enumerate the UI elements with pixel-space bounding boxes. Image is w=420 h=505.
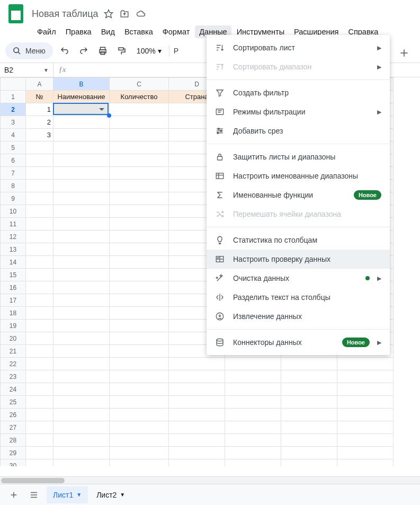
cell-B19[interactable] <box>53 320 110 332</box>
cell-F26[interactable] <box>281 409 337 421</box>
undo-button[interactable] <box>57 43 72 58</box>
cell-A29[interactable] <box>26 447 53 459</box>
row-header-3[interactable]: 3 <box>1 116 26 129</box>
cell-F22[interactable] <box>281 358 337 370</box>
row-header-9[interactable]: 9 <box>1 192 26 205</box>
cell-A14[interactable] <box>26 256 53 269</box>
cell-E29[interactable] <box>225 447 281 459</box>
cell-G22[interactable] <box>337 358 394 370</box>
cell-C25[interactable] <box>110 396 169 409</box>
cell-A8[interactable] <box>26 180 53 192</box>
cell-C16[interactable] <box>110 281 169 294</box>
cell-C10[interactable] <box>110 205 169 218</box>
menu-item-filter[interactable]: Создать фильтр <box>207 83 390 102</box>
row-header-5[interactable]: 5 <box>1 141 26 154</box>
cell-G27[interactable] <box>337 421 394 434</box>
menu-search-button[interactable]: Меню <box>5 42 53 59</box>
cell-C20[interactable] <box>110 332 169 345</box>
cell-C7[interactable] <box>110 167 169 180</box>
row-header-17[interactable]: 17 <box>1 294 26 307</box>
cell-D24[interactable] <box>169 383 225 396</box>
menu-правка[interactable]: Правка <box>61 25 96 38</box>
row-header-25[interactable]: 25 <box>1 396 26 409</box>
menu-item-split[interactable]: Разделить текст на столбцы <box>207 288 390 307</box>
cell-E22[interactable] <box>225 358 281 370</box>
cell-A15[interactable] <box>26 269 53 281</box>
row-header-6[interactable]: 6 <box>1 154 26 167</box>
cell-B13[interactable] <box>53 243 110 256</box>
row-header-7[interactable]: 7 <box>1 167 26 180</box>
cell-B22[interactable] <box>53 358 110 370</box>
cell-F29[interactable] <box>281 447 337 459</box>
cell-B25[interactable] <box>53 396 110 409</box>
menu-item-named-range[interactable]: Настроить именованные диапазоны <box>207 166 390 185</box>
cell-G26[interactable] <box>337 409 394 421</box>
cell-E23[interactable] <box>225 370 281 383</box>
cell-A10[interactable] <box>26 205 53 218</box>
menu-item-checkbox-grid[interactable]: Настроить проверку данных <box>207 250 390 269</box>
row-header-28[interactable]: 28 <box>1 434 26 447</box>
cell-B7[interactable] <box>53 167 110 180</box>
cell-D27[interactable] <box>169 421 225 434</box>
cell-B26[interactable] <box>53 409 110 421</box>
cell-G29[interactable] <box>337 447 394 459</box>
cell-E26[interactable] <box>225 409 281 421</box>
cell-A18[interactable] <box>26 307 53 320</box>
menu-формат[interactable]: Формат <box>158 25 194 38</box>
cell-D30[interactable] <box>169 459 225 467</box>
cell-D26[interactable] <box>169 409 225 421</box>
cell-B16[interactable] <box>53 281 110 294</box>
cell-F30[interactable] <box>281 459 337 467</box>
cell-B20[interactable] <box>53 332 110 345</box>
cell-C14[interactable] <box>110 256 169 269</box>
cell-D22[interactable] <box>169 358 225 370</box>
cell-B11[interactable] <box>53 218 110 231</box>
row-header-29[interactable]: 29 <box>1 447 26 459</box>
cell-F28[interactable] <box>281 434 337 447</box>
cell-A26[interactable] <box>26 409 53 421</box>
col-header-A[interactable]: A <box>26 78 53 91</box>
cell-A2[interactable]: 1 <box>26 103 53 116</box>
cell-C26[interactable] <box>110 409 169 421</box>
all-sheets-button[interactable] <box>26 488 41 502</box>
cell-A19[interactable] <box>26 320 53 332</box>
menu-item-extract[interactable]: Извлечение данных <box>207 307 390 326</box>
menu-item-sigma[interactable]: Именованные функцииНовое <box>207 185 390 205</box>
cell-B9[interactable] <box>53 192 110 205</box>
cell-E28[interactable] <box>225 434 281 447</box>
row-header-24[interactable]: 24 <box>1 383 26 396</box>
cell-E27[interactable] <box>225 421 281 434</box>
cell-B24[interactable] <box>53 383 110 396</box>
cell-C12[interactable] <box>110 231 169 243</box>
row-header-14[interactable]: 14 <box>1 256 26 269</box>
cell-C1[interactable]: Количество <box>110 91 169 103</box>
cell-D29[interactable] <box>169 447 225 459</box>
cell-F27[interactable] <box>281 421 337 434</box>
cell-C27[interactable] <box>110 421 169 434</box>
cell-A1[interactable]: № <box>26 91 53 103</box>
row-header-4[interactable]: 4 <box>1 129 26 141</box>
row-header-27[interactable]: 27 <box>1 421 26 434</box>
scrollbar-thumb[interactable] <box>1 478 65 483</box>
cell-A27[interactable] <box>26 421 53 434</box>
star-icon[interactable] <box>104 9 113 19</box>
cell-A22[interactable] <box>26 358 53 370</box>
cell-G23[interactable] <box>337 370 394 383</box>
cell-A7[interactable] <box>26 167 53 180</box>
row-header-19[interactable]: 19 <box>1 320 26 332</box>
sheets-logo[interactable] <box>5 3 26 24</box>
cell-A12[interactable] <box>26 231 53 243</box>
cell-F25[interactable] <box>281 396 337 409</box>
row-header-13[interactable]: 13 <box>1 243 26 256</box>
cell-C19[interactable] <box>110 320 169 332</box>
row-header-10[interactable]: 10 <box>1 205 26 218</box>
cell-D28[interactable] <box>169 434 225 447</box>
menu-item-filter-views[interactable]: Режимы фильтрации▶ <box>207 102 390 121</box>
row-header-21[interactable]: 21 <box>1 345 26 358</box>
row-header-26[interactable]: 26 <box>1 409 26 421</box>
cell-B23[interactable] <box>53 370 110 383</box>
row-header-30[interactable]: 30 <box>1 459 26 467</box>
cell-A3[interactable]: 2 <box>26 116 53 129</box>
cell-A11[interactable] <box>26 218 53 231</box>
cell-C3[interactable] <box>110 116 169 129</box>
